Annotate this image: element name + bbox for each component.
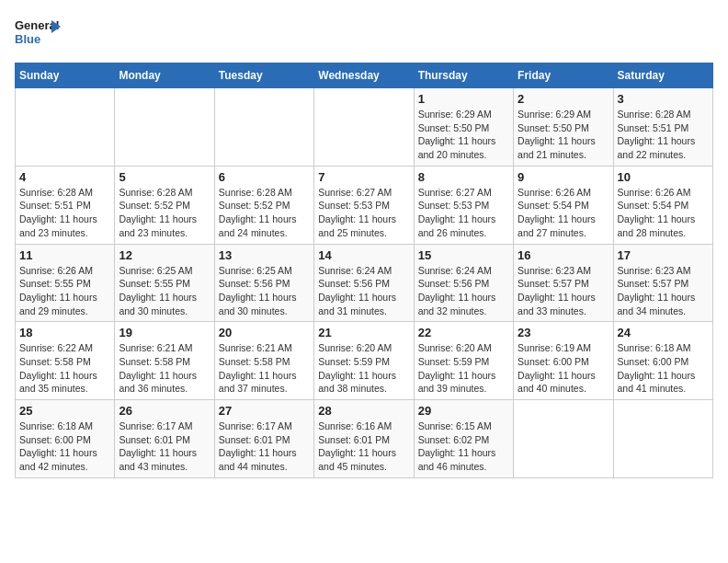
day-cell: 29Sunrise: 6:15 AMSunset: 6:02 PMDayligh… [414,400,513,478]
day-number: 26 [119,404,210,418]
day-cell: 13Sunrise: 6:25 AMSunset: 5:56 PMDayligh… [214,244,313,322]
logo-svg: General Blue [15,15,61,55]
day-number: 10 [618,170,709,184]
col-header-friday: Friday [514,63,613,88]
day-info: Sunrise: 6:17 AMSunset: 6:01 PMDaylight:… [219,419,310,474]
day-cell: 7Sunrise: 6:27 AMSunset: 5:53 PMDaylight… [314,166,414,244]
day-number: 14 [318,248,409,262]
day-number: 5 [119,170,210,184]
week-row-1: 1Sunrise: 6:29 AMSunset: 5:50 PMDaylight… [16,88,713,167]
day-info: Sunrise: 6:23 AMSunset: 5:57 PMDaylight:… [518,264,609,318]
day-number: 27 [219,404,310,418]
day-number: 12 [119,248,210,262]
week-row-2: 4Sunrise: 6:28 AMSunset: 5:51 PMDaylight… [16,166,713,244]
day-number: 8 [418,170,509,184]
day-cell [16,88,115,167]
day-cell: 17Sunrise: 6:23 AMSunset: 5:57 PMDayligh… [613,244,712,322]
col-header-thursday: Thursday [414,63,513,88]
day-info: Sunrise: 6:21 AMSunset: 5:58 PMDaylight:… [219,341,310,396]
day-cell: 15Sunrise: 6:24 AMSunset: 5:56 PMDayligh… [414,244,513,322]
day-cell: 3Sunrise: 6:28 AMSunset: 5:51 PMDaylight… [613,88,712,167]
day-number: 24 [618,326,709,339]
day-cell: 5Sunrise: 6:28 AMSunset: 5:52 PMDaylight… [115,166,214,244]
week-row-4: 18Sunrise: 6:22 AMSunset: 5:58 PMDayligh… [16,322,713,400]
day-cell: 11Sunrise: 6:26 AMSunset: 5:55 PMDayligh… [16,244,115,322]
day-number: 7 [318,170,409,184]
day-info: Sunrise: 6:15 AMSunset: 6:02 PMDaylight:… [418,419,509,474]
day-info: Sunrise: 6:16 AMSunset: 6:01 PMDaylight:… [318,419,409,474]
day-cell: 18Sunrise: 6:22 AMSunset: 5:58 PMDayligh… [16,322,115,400]
day-info: Sunrise: 6:28 AMSunset: 5:52 PMDaylight:… [119,186,210,240]
day-number: 22 [418,326,509,339]
col-header-saturday: Saturday [613,63,712,88]
day-info: Sunrise: 6:20 AMSunset: 5:59 PMDaylight:… [418,341,509,396]
day-info: Sunrise: 6:28 AMSunset: 5:51 PMDaylight:… [19,186,110,240]
day-info: Sunrise: 6:29 AMSunset: 5:50 PMDaylight:… [418,108,509,162]
day-info: Sunrise: 6:24 AMSunset: 5:56 PMDaylight:… [418,264,509,318]
day-info: Sunrise: 6:26 AMSunset: 5:54 PMDaylight:… [518,186,609,240]
day-number: 19 [119,326,210,339]
day-info: Sunrise: 6:24 AMSunset: 5:56 PMDaylight:… [318,264,409,318]
day-number: 6 [219,170,310,184]
day-info: Sunrise: 6:21 AMSunset: 5:58 PMDaylight:… [119,341,210,396]
day-info: Sunrise: 6:27 AMSunset: 5:53 PMDaylight:… [318,186,409,240]
day-cell [613,400,712,478]
day-cell: 25Sunrise: 6:18 AMSunset: 6:00 PMDayligh… [16,400,115,478]
day-number: 13 [219,248,310,262]
day-cell: 10Sunrise: 6:26 AMSunset: 5:54 PMDayligh… [613,166,712,244]
calendar-header: SundayMondayTuesdayWednesdayThursdayFrid… [16,63,713,88]
day-info: Sunrise: 6:27 AMSunset: 5:53 PMDaylight:… [418,186,509,240]
day-number: 23 [518,326,609,339]
day-number: 25 [19,404,110,418]
day-info: Sunrise: 6:29 AMSunset: 5:50 PMDaylight:… [518,108,609,162]
day-cell: 8Sunrise: 6:27 AMSunset: 5:53 PMDaylight… [414,166,513,244]
day-cell [115,88,214,167]
day-number: 18 [19,326,110,339]
day-number: 15 [418,248,509,262]
day-number: 9 [518,170,609,184]
col-header-wednesday: Wednesday [314,63,414,88]
day-cell: 14Sunrise: 6:24 AMSunset: 5:56 PMDayligh… [314,244,414,322]
day-info: Sunrise: 6:22 AMSunset: 5:58 PMDaylight:… [19,341,110,396]
day-cell: 19Sunrise: 6:21 AMSunset: 5:58 PMDayligh… [115,322,214,400]
day-cell: 24Sunrise: 6:18 AMSunset: 6:00 PMDayligh… [613,322,712,400]
day-cell: 4Sunrise: 6:28 AMSunset: 5:51 PMDaylight… [16,166,115,244]
day-number: 17 [618,248,709,262]
day-number: 1 [418,92,509,106]
day-info: Sunrise: 6:20 AMSunset: 5:59 PMDaylight:… [318,341,409,396]
day-cell [514,400,613,478]
day-info: Sunrise: 6:28 AMSunset: 5:51 PMDaylight:… [618,108,709,162]
day-info: Sunrise: 6:17 AMSunset: 6:01 PMDaylight:… [119,419,210,474]
day-cell: 22Sunrise: 6:20 AMSunset: 5:59 PMDayligh… [414,322,513,400]
day-cell: 26Sunrise: 6:17 AMSunset: 6:01 PMDayligh… [115,400,214,478]
day-info: Sunrise: 6:23 AMSunset: 5:57 PMDaylight:… [618,264,709,318]
day-cell [314,88,414,167]
day-number: 4 [19,170,110,184]
day-info: Sunrise: 6:28 AMSunset: 5:52 PMDaylight:… [219,186,310,240]
day-cell: 2Sunrise: 6:29 AMSunset: 5:50 PMDaylight… [514,88,613,167]
day-cell: 23Sunrise: 6:19 AMSunset: 6:00 PMDayligh… [514,322,613,400]
day-cell: 12Sunrise: 6:25 AMSunset: 5:55 PMDayligh… [115,244,214,322]
day-number: 11 [19,248,110,262]
day-cell: 16Sunrise: 6:23 AMSunset: 5:57 PMDayligh… [514,244,613,322]
day-cell: 28Sunrise: 6:16 AMSunset: 6:01 PMDayligh… [314,400,414,478]
day-info: Sunrise: 6:18 AMSunset: 6:00 PMDaylight:… [19,419,110,474]
day-cell: 6Sunrise: 6:28 AMSunset: 5:52 PMDaylight… [214,166,313,244]
day-cell [214,88,313,167]
day-info: Sunrise: 6:25 AMSunset: 5:55 PMDaylight:… [119,264,210,318]
week-row-3: 11Sunrise: 6:26 AMSunset: 5:55 PMDayligh… [16,244,713,322]
header: General Blue [15,15,713,55]
day-info: Sunrise: 6:25 AMSunset: 5:56 PMDaylight:… [219,264,310,318]
day-number: 2 [518,92,609,106]
day-cell: 21Sunrise: 6:20 AMSunset: 5:59 PMDayligh… [314,322,414,400]
day-number: 21 [318,326,409,339]
day-number: 20 [219,326,310,339]
logo: General Blue [15,15,61,55]
day-number: 3 [618,92,709,106]
day-cell: 1Sunrise: 6:29 AMSunset: 5:50 PMDaylight… [414,88,513,167]
day-info: Sunrise: 6:18 AMSunset: 6:00 PMDaylight:… [618,341,709,396]
day-number: 28 [318,404,409,418]
day-cell: 27Sunrise: 6:17 AMSunset: 6:01 PMDayligh… [214,400,313,478]
col-header-tuesday: Tuesday [214,63,313,88]
day-info: Sunrise: 6:19 AMSunset: 6:00 PMDaylight:… [518,341,609,396]
